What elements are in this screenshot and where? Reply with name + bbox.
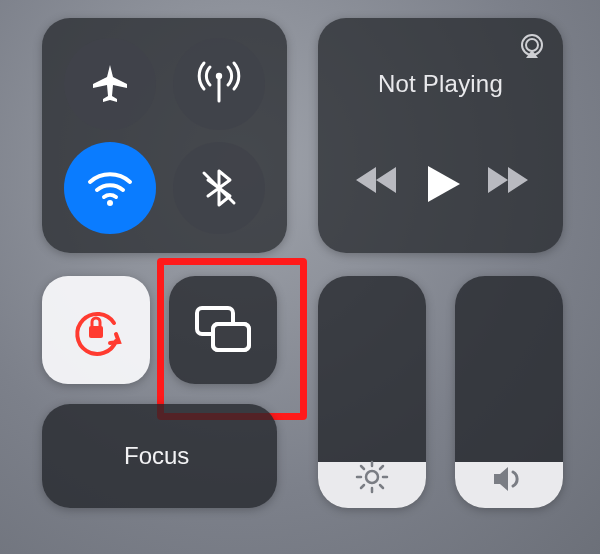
svg-rect-4 bbox=[89, 326, 103, 338]
bluetooth-off-icon bbox=[196, 165, 242, 211]
svg-point-3 bbox=[526, 39, 538, 51]
play-button[interactable] bbox=[426, 164, 462, 204]
rotation-lock-icon bbox=[67, 301, 125, 359]
connectivity-panel bbox=[42, 18, 287, 253]
wifi-icon bbox=[84, 162, 136, 214]
focus-label: Focus bbox=[124, 442, 189, 470]
wifi-toggle[interactable] bbox=[64, 142, 156, 234]
svg-rect-6 bbox=[213, 324, 249, 350]
now-playing-label: Not Playing bbox=[318, 70, 563, 98]
rotation-lock-toggle[interactable] bbox=[42, 276, 150, 384]
focus-toggle[interactable]: Focus bbox=[42, 404, 277, 508]
rewind-icon bbox=[356, 164, 400, 196]
rewind-button[interactable] bbox=[356, 164, 400, 196]
antenna-icon bbox=[194, 59, 244, 109]
forward-button[interactable] bbox=[484, 164, 528, 196]
airplay-icon[interactable] bbox=[517, 32, 547, 62]
cellular-data-toggle[interactable] bbox=[173, 38, 265, 130]
svg-point-1 bbox=[107, 200, 113, 206]
screen-mirroring-button[interactable] bbox=[169, 276, 277, 384]
play-icon bbox=[426, 164, 462, 204]
sun-icon bbox=[318, 460, 426, 494]
svg-point-8 bbox=[366, 471, 378, 483]
brightness-slider[interactable] bbox=[318, 276, 426, 508]
airplane-mode-toggle[interactable] bbox=[64, 38, 156, 130]
bluetooth-toggle[interactable] bbox=[173, 142, 265, 234]
airplane-icon bbox=[87, 61, 133, 107]
forward-icon bbox=[484, 164, 528, 196]
moon-icon bbox=[64, 434, 108, 478]
media-panel: Not Playing bbox=[318, 18, 563, 253]
volume-slider[interactable] bbox=[455, 276, 563, 508]
speaker-icon bbox=[455, 464, 563, 494]
screen-mirroring-icon bbox=[191, 304, 255, 356]
